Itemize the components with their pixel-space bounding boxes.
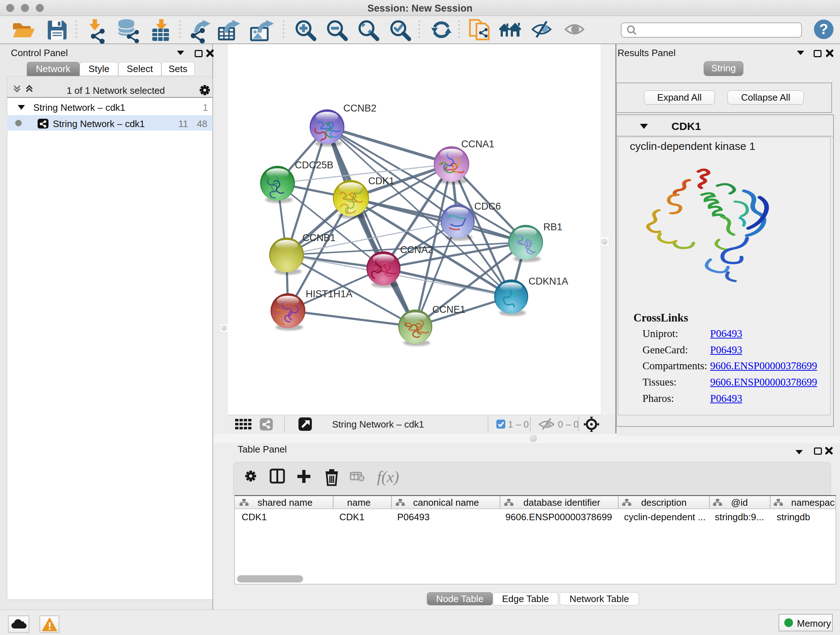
svg-text:String Network – cdk1: String Network – cdk1 <box>332 419 424 430</box>
svg-text:CCNB2: CCNB2 <box>343 103 377 114</box>
svg-text:database identifier: database identifier <box>523 497 600 508</box>
svg-text:description: description <box>641 497 687 508</box>
svg-text:@id: @id <box>731 497 748 508</box>
svg-text:CCNB1: CCNB1 <box>302 233 336 243</box>
svg-text:f(x): f(x) <box>377 468 399 486</box>
svg-text:RB1: RB1 <box>543 222 562 233</box>
svg-text:shared name: shared name <box>257 497 313 508</box>
svg-text:HIST1H1A: HIST1H1A <box>306 288 352 299</box>
svg-text:namespac: namespac <box>791 497 835 508</box>
svg-text:name: name <box>347 497 370 508</box>
svg-text:CCNA2: CCNA2 <box>400 244 433 255</box>
svg-text:canonical name: canonical name <box>413 497 479 508</box>
svg-text:0 – 0: 0 – 0 <box>558 419 579 430</box>
svg-text:CCNA1: CCNA1 <box>461 139 494 149</box>
svg-text:CDC6: CDC6 <box>474 201 501 212</box>
svg-text:?: ? <box>819 21 828 37</box>
svg-text:CCNE1: CCNE1 <box>432 304 466 315</box>
svg-text:CDK1: CDK1 <box>368 176 394 187</box>
svg-text:CDC25B: CDC25B <box>295 160 333 171</box>
svg-text:CDKN1A: CDKN1A <box>529 276 568 287</box>
svg-text:1 – 0: 1 – 0 <box>508 419 529 430</box>
